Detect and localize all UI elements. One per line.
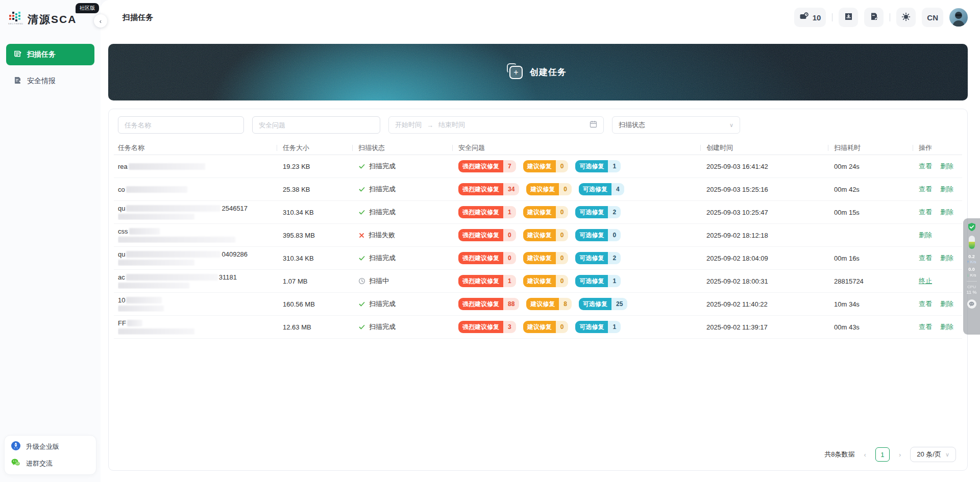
security-intel-icon: [13, 76, 22, 86]
delete-link[interactable]: 删除: [940, 253, 953, 263]
scan-duration: 00m 42s: [828, 186, 913, 193]
issue-badges: 强烈建议修复1 建议修复0 可选修复1: [452, 275, 700, 287]
delete-link[interactable]: 删除: [940, 299, 953, 309]
topbar-actions: 10: [794, 8, 968, 27]
sidebar-collapse-button[interactable]: ‹: [94, 14, 107, 28]
scan-status: 扫描完成: [352, 299, 452, 309]
theme-toggle-button[interactable]: [896, 8, 916, 27]
scan-status-select[interactable]: 扫描状态 ∨: [612, 116, 740, 134]
chevron-down-icon: ∨: [945, 451, 949, 458]
issue-badges: 强烈建议修复7 建议修复0 可选修复1: [452, 160, 700, 172]
issue-badges: 强烈建议修复0 建议修复0 可选修复0: [452, 229, 700, 241]
page-size-value: 20 条/页: [917, 450, 941, 459]
divider: [967, 281, 977, 282]
report-button[interactable]: [864, 8, 884, 27]
date-range-picker[interactable]: 开始时间 → 结束时间: [388, 116, 604, 134]
delete-link[interactable]: 删除: [940, 185, 953, 194]
scan-status: 扫描完成: [352, 253, 452, 263]
join-group-link[interactable]: 进群交流: [11, 458, 90, 469]
scan-status-value: 扫描状态: [619, 120, 645, 130]
check-icon: [358, 323, 365, 331]
quota-button[interactable]: 10: [794, 8, 826, 27]
chat-bubble-icon[interactable]: [967, 299, 976, 309]
report-doc-icon: [870, 12, 878, 22]
sidebar-item-label: 扫描任务: [27, 50, 56, 59]
task-size: 395.83 MB: [277, 232, 352, 239]
user-avatar[interactable]: [949, 8, 968, 27]
delete-link[interactable]: 删除: [940, 162, 953, 171]
download-button[interactable]: [839, 8, 858, 27]
logo-subtext: SECTREND: [8, 22, 23, 25]
next-page-button[interactable]: ›: [897, 451, 903, 459]
terminate-link[interactable]: 终止: [919, 276, 932, 286]
view-link[interactable]: 查看: [919, 299, 932, 309]
task-size: 1.07 MB: [277, 277, 352, 285]
col-actions: 操作: [913, 143, 958, 153]
created-time: 2025-09-03 15:25:16: [700, 186, 828, 193]
upgrade-enterprise-link[interactable]: 升级企业版: [11, 441, 90, 452]
x-icon: [358, 232, 365, 239]
delete-link[interactable]: 删除: [940, 208, 953, 217]
view-link[interactable]: 查看: [919, 208, 932, 217]
end-date-placeholder: 结束时间: [438, 120, 465, 130]
scan-status: 扫描失败: [352, 231, 452, 240]
check-icon: [358, 186, 365, 193]
created-time: 2025-09-02 18:12:18: [700, 232, 828, 239]
issue-badges: 强烈建议修复88 建议修复8 可选修复25: [452, 298, 700, 310]
task-name: FF: [118, 319, 277, 335]
scan-duration: 00m 16s: [828, 255, 913, 262]
scan-status: 扫描完成: [352, 162, 452, 171]
issue-badges: 强烈建议修复0 建议修复0 可选修复2: [452, 252, 700, 264]
scan-duration: 10m 34s: [828, 300, 913, 308]
divider: [832, 13, 832, 21]
table-row: ac31181 1.07 MB 扫描中 强烈建议修复1 建议修复0 可选修复1 …: [114, 270, 962, 293]
task-name: css: [118, 227, 277, 243]
scan-tasks-icon: [13, 49, 22, 60]
sidebar: SECTREND 清源SCA 社区版 扫描任务 安全情报: [0, 0, 101, 482]
logo-name: 清源SCA: [28, 14, 77, 27]
view-link[interactable]: 查看: [919, 162, 932, 171]
delete-link[interactable]: 删除: [940, 322, 953, 332]
view-link[interactable]: 查看: [919, 185, 932, 194]
task-name-input[interactable]: [118, 116, 244, 134]
delete-link[interactable]: 删除: [919, 231, 932, 240]
scan-duration: 00m 43s: [828, 323, 913, 331]
clock-icon: [358, 277, 365, 285]
language-button[interactable]: CN: [922, 8, 943, 27]
security-issue-input[interactable]: [252, 116, 380, 134]
system-monitor-widget[interactable]: 0.2 ↑ K/s 0.0 ↓ K/s CPU 11 %: [963, 218, 980, 335]
col-task-name: 任务名称: [118, 143, 277, 153]
view-link[interactable]: 查看: [919, 322, 932, 332]
created-time: 2025-09-02 11:40:22: [700, 300, 828, 308]
filter-bar: 开始时间 → 结束时间 扫描状态 ∨: [114, 116, 962, 141]
table-row: qu0409286 310.34 KB 扫描完成 强烈建议修复0 建议修复0 可…: [114, 247, 962, 270]
download-icon: [844, 12, 853, 22]
task-size: 25.38 KB: [277, 186, 352, 193]
logo: SECTREND 清源SCA 社区版: [0, 0, 101, 27]
upload-speed: 0.2 ↑ K/s: [967, 254, 976, 265]
topbar: 扫描任务 10: [101, 0, 980, 35]
table-header: 任务名称 任务大小 扫描状态 安全问题 创建时间 扫描耗时 操作: [114, 141, 962, 155]
prev-page-button[interactable]: ‹: [862, 451, 868, 459]
created-time: 2025-09-02 18:00:31: [700, 277, 828, 285]
create-task-banner[interactable]: + 创建任务: [108, 44, 968, 100]
created-time: 2025-09-03 16:41:42: [700, 163, 828, 170]
view-link[interactable]: 查看: [919, 253, 932, 263]
create-task-plus-icon: +: [509, 66, 523, 79]
page-size-select[interactable]: 20 条/页 ∨: [910, 447, 956, 462]
scan-status: 扫描完成: [352, 208, 452, 217]
created-time: 2025-09-02 11:39:17: [700, 323, 828, 331]
table-row: css 395.83 MB 扫描失败 强烈建议修复0 建议修复0 可选修复0 2…: [114, 224, 962, 247]
create-task-content: + 创建任务: [509, 66, 567, 79]
up-arrow-icon: ↑: [967, 260, 969, 264]
battery-pill-icon: [969, 236, 975, 249]
download-speed: 0.0 ↓ K/s: [967, 267, 976, 277]
sidebar-item-security-intel[interactable]: 安全情报: [6, 70, 94, 92]
col-created-time: 创建时间: [700, 143, 828, 153]
quota-icon: [799, 12, 809, 22]
sidebar-item-scan-tasks[interactable]: 扫描任务: [6, 44, 94, 65]
rocket-icon: [11, 441, 21, 452]
issue-badges: 强烈建议修复34 建议修复0 可选修复4: [452, 183, 700, 195]
page-number[interactable]: 1: [875, 447, 890, 462]
table-row: co 25.38 KB 扫描完成 强烈建议修复34 建议修复0 可选修复4 20…: [114, 178, 962, 201]
